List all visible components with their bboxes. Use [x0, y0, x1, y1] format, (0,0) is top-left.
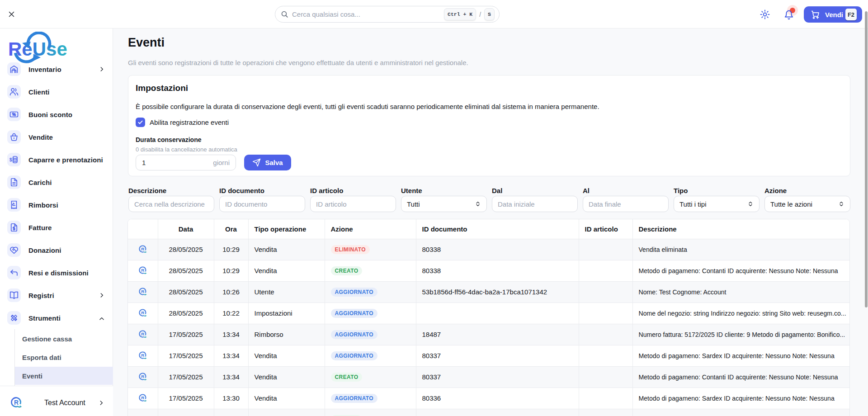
svg-text:R: R	[142, 331, 145, 336]
svg-text:R: R	[142, 289, 145, 294]
svg-text:R: R	[142, 310, 145, 315]
svg-text:R: R	[142, 246, 145, 251]
svg-text:R: R	[142, 353, 145, 358]
svg-text:R: R	[14, 399, 19, 406]
svg-text:R: R	[142, 374, 145, 379]
svg-text:R: R	[142, 395, 145, 400]
svg-text:$: $	[9, 157, 12, 162]
svg-text:R: R	[142, 268, 145, 273]
